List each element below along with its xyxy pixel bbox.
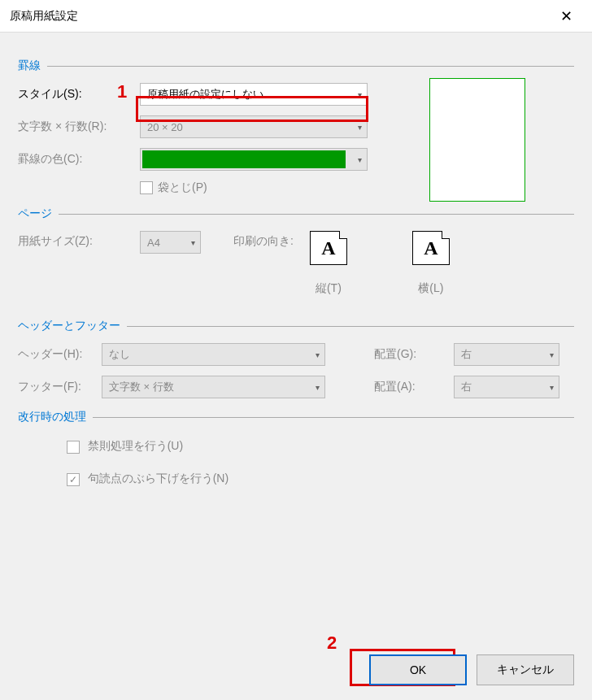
button-row: OK キャンセル [369,654,574,685]
row-footer: フッター(F): 文字数 × 行数 ▾ 配置(A): 右 ▾ [18,376,574,398]
chevron-down-icon: ▾ [550,383,554,392]
kinsoku-label: 禁則処理を行う(U) [88,439,183,452]
label-color: 罫線の色(C): [18,152,140,167]
landscape-icon: A [412,231,450,265]
orientation-portrait: A 縦(T) [310,231,347,296]
ok-label: OK [410,663,426,676]
orientation-landscape: A 横(L) [412,231,450,296]
titlebar: 原稿用紙設定 ✕ [0,0,592,33]
label-footer-align: 配置(A): [374,380,447,394]
annotation-1: 1 [117,81,127,102]
papersize-value: A4 [147,237,160,249]
row-kinsoku: 禁則処理を行う(U) [67,439,574,454]
section-label-page: ページ [18,207,59,221]
section-label-ruled: 罫線 [18,59,47,73]
label-papersize: 用紙サイズ(Z): [18,231,140,249]
cancel-label: キャンセル [497,663,554,677]
footer-align-value: 右 [461,380,472,394]
header-dropdown: なし ▾ [102,343,325,366]
section-ruled: 罫線 [18,59,574,73]
chevron-down-icon: ▾ [191,238,195,247]
preview-box [429,78,525,202]
window-title: 原稿用紙設定 [10,9,550,24]
fold-checkbox [140,181,153,194]
row-header: ヘッダー(H): なし ▾ 配置(G): 右 ▾ [18,343,574,366]
ok-button[interactable]: OK [369,654,467,685]
label-header-align: 配置(G): [374,347,447,362]
header-align-dropdown: 右 ▾ [454,343,559,366]
row-papersize: 用紙サイズ(Z): A4 ▾ 印刷の向き: A 縦(T) A 横(L) [18,231,574,296]
divider [127,326,574,327]
row-punct: 句読点のぶら下げを行う(N) [67,472,574,486]
label-chars: 文字数 × 行数(R): [18,120,140,134]
section-hf: ヘッダーとフッター [18,319,574,333]
cancel-button[interactable]: キャンセル [477,654,574,685]
landscape-label: 横(L) [412,281,450,296]
annotation-2: 2 [327,633,337,654]
annotation-1-box [136,96,368,122]
chevron-down-icon: ▾ [316,383,320,392]
header-value: なし [109,347,130,362]
kinsoku-checkbox [67,441,80,454]
close-button[interactable]: ✕ [550,0,582,33]
footer-dropdown: 文字数 × 行数 ▾ [102,376,325,398]
section-label-hf: ヘッダーとフッター [18,319,127,333]
color-dropdown: ▾ [140,148,368,171]
chevron-down-icon: ▾ [316,350,320,359]
section-page: ページ [18,207,574,221]
orientation-group: A 縦(T) A 横(L) [310,231,450,296]
footer-align-dropdown: 右 ▾ [454,376,559,398]
label-footer: フッター(F): [18,380,95,394]
chevron-down-icon: ▾ [550,350,554,359]
papersize-dropdown: A4 ▾ [140,231,201,254]
section-label-linebreak: 改行時の処理 [18,410,93,424]
chevron-down-icon: ▾ [358,123,362,132]
portrait-icon: A [310,231,347,265]
section-linebreak: 改行時の処理 [18,410,574,424]
portrait-label: 縦(T) [310,281,347,296]
header-align-value: 右 [461,347,472,362]
divider [47,66,574,67]
chevron-down-icon: ▾ [358,155,362,164]
divider [59,214,574,215]
punct-label: 句読点のぶら下げを行う(N) [88,472,229,485]
color-swatch [142,150,346,168]
fold-label: 袋とじ(P) [158,180,207,195]
punct-checkbox [67,473,80,486]
close-icon: ✕ [560,7,572,25]
linebreak-options: 禁則処理を行う(U) 句読点のぶら下げを行う(N) [18,439,574,486]
footer-value: 文字数 × 行数 [109,380,174,394]
label-header: ヘッダー(H): [18,347,95,362]
chars-value: 20 × 20 [147,121,183,133]
label-orientation: 印刷の向き: [233,231,294,249]
divider [93,417,574,418]
